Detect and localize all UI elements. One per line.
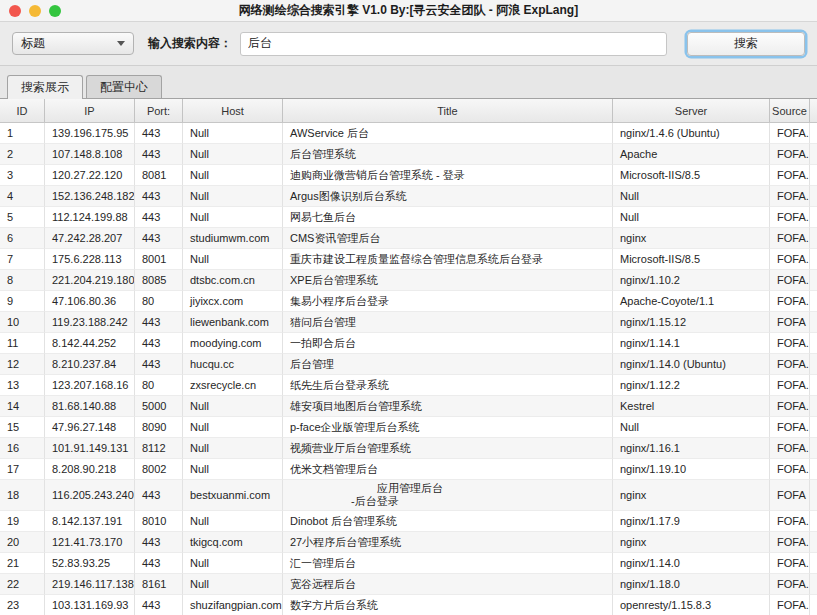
cell-source[interactable]: FOFA. (770, 375, 810, 396)
cell-ip[interactable]: 221.204.219.180 (45, 270, 135, 291)
cell-ip[interactable]: 8.142.137.191 (45, 511, 135, 532)
cell-server[interactable]: Null (613, 417, 770, 438)
table-row[interactable]: 2107.148.8.108443Null后台管理系统ApacheFOFA. (0, 144, 817, 165)
cell-ip[interactable]: 47.96.27.148 (45, 417, 135, 438)
cell-source[interactable]: FOFA. (770, 249, 810, 270)
cell-port[interactable]: 5000 (135, 396, 183, 417)
cell-ip[interactable]: 47.106.80.36 (45, 291, 135, 312)
cell-source[interactable]: FOFA. (770, 417, 810, 438)
cell-id[interactable]: 3 (0, 165, 45, 186)
cell-ip[interactable]: 107.148.8.108 (45, 144, 135, 165)
cell-port[interactable]: 443 (135, 312, 183, 333)
cell-source[interactable]: FOFA. (770, 511, 810, 532)
column-header-title[interactable]: Title (283, 99, 613, 122)
cell-title[interactable]: 视频营业厅后台管理系统 (283, 438, 613, 459)
table-row[interactable]: 8221.204.219.1808085dtsbc.com.cnXPE后台管理系… (0, 270, 817, 291)
cell-source[interactable]: FOFA. (770, 459, 810, 480)
cell-source[interactable]: FOFA. (770, 354, 810, 375)
cell-title[interactable]: AWService 后台 (283, 123, 613, 144)
table-row[interactable]: 1547.96.27.1488090Nullp-face企业版管理后台系统Nul… (0, 417, 817, 438)
cell-title[interactable]: 猎问后台管理 (283, 312, 613, 333)
cell-server[interactable]: nginx/1.16.1 (613, 438, 770, 459)
column-header-host[interactable]: Host (183, 99, 283, 122)
cell-port[interactable]: 443 (135, 144, 183, 165)
cell-id[interactable]: 21 (0, 553, 45, 574)
cell-host[interactable]: Null (183, 249, 283, 270)
cell-ip[interactable]: 103.131.169.93 (45, 595, 135, 615)
cell-source[interactable]: FOFA. (770, 333, 810, 354)
cell-title[interactable]: Dinobot 后台管理系统 (283, 511, 613, 532)
cell-host[interactable]: Null (183, 438, 283, 459)
cell-host[interactable]: bestxuanmi.com (183, 480, 283, 511)
cell-ip[interactable]: 121.41.73.170 (45, 532, 135, 553)
cell-id[interactable]: 17 (0, 459, 45, 480)
cell-title[interactable]: 雄安项目地图后台管理系统 (283, 396, 613, 417)
cell-port[interactable]: 8002 (135, 459, 183, 480)
cell-id[interactable]: 10 (0, 312, 45, 333)
table-row[interactable]: 3120.27.22.1208081Null迪购商业微营销后台管理系统 - 登录… (0, 165, 817, 186)
cell-port[interactable]: 443 (135, 207, 183, 228)
cell-ip[interactable]: 119.23.188.242 (45, 312, 135, 333)
table-row[interactable]: 7175.6.228.1138001Null重庆市建设工程质量监督综合管理信息系… (0, 249, 817, 270)
cell-id[interactable]: 15 (0, 417, 45, 438)
cell-source[interactable]: FOFA. (770, 291, 810, 312)
cell-port[interactable]: 8081 (135, 165, 183, 186)
table-row[interactable]: 4152.136.248.182443NullArgus图像识别后台系统Null… (0, 186, 817, 207)
cell-port[interactable]: 80 (135, 291, 183, 312)
cell-host[interactable]: Null (183, 165, 283, 186)
cell-ip[interactable]: 219.146.117.138 (45, 574, 135, 595)
table-row[interactable]: 178.208.90.2188002Null优米文档管理后台nginx/1.19… (0, 459, 817, 480)
table-row[interactable]: 23103.131.169.93443shuzifangpian.com数字方片… (0, 595, 817, 615)
cell-ip[interactable]: 8.208.90.218 (45, 459, 135, 480)
cell-id[interactable]: 1 (0, 123, 45, 144)
cell-id[interactable]: 4 (0, 186, 45, 207)
search-field-dropdown[interactable]: 标题 (12, 32, 134, 55)
cell-host[interactable]: Null (183, 459, 283, 480)
cell-id[interactable]: 9 (0, 291, 45, 312)
cell-source[interactable]: FOFA. (770, 186, 810, 207)
cell-source[interactable]: FOFA (770, 312, 810, 333)
table-row[interactable]: 16101.91.149.1318112Null视频营业厅后台管理系统nginx… (0, 438, 817, 459)
table-row[interactable]: 22219.146.117.1388161Null宽谷远程后台nginx/1.1… (0, 574, 817, 595)
column-header-port[interactable]: Port: (135, 99, 183, 122)
cell-port[interactable]: 443 (135, 228, 183, 249)
cell-ip[interactable]: 8.210.237.84 (45, 354, 135, 375)
cell-server[interactable]: nginx/1.14.1 (613, 333, 770, 354)
cell-server[interactable]: nginx/1.19.10 (613, 459, 770, 480)
cell-port[interactable]: 8085 (135, 270, 183, 291)
cell-server[interactable]: nginx (613, 480, 770, 511)
cell-server[interactable]: nginx/1.10.2 (613, 270, 770, 291)
cell-server[interactable]: Kestrel (613, 396, 770, 417)
cell-host[interactable]: Null (183, 417, 283, 438)
cell-title[interactable]: 重庆市建设工程质量监督综合管理信息系统后台登录 (283, 249, 613, 270)
cell-server[interactable]: Null (613, 186, 770, 207)
cell-server[interactable]: Null (613, 207, 770, 228)
cell-port[interactable]: 443 (135, 186, 183, 207)
cell-ip[interactable]: 52.83.93.25 (45, 553, 135, 574)
cell-id[interactable]: 20 (0, 532, 45, 553)
cell-ip[interactable]: 139.196.175.95 (45, 123, 135, 144)
table-row[interactable]: 128.210.237.84443hucqu.cc后台管理nginx/1.14.… (0, 354, 817, 375)
cell-id[interactable]: 19 (0, 511, 45, 532)
cell-title[interactable]: XPE后台管理系统 (283, 270, 613, 291)
table-row[interactable]: 647.242.28.207443studiumwm.comCMS资讯管理后台n… (0, 228, 817, 249)
cell-title[interactable]: 宽谷远程后台 (283, 574, 613, 595)
cell-title[interactable]: p-face企业版管理后台系统 (283, 417, 613, 438)
search-input[interactable] (240, 32, 667, 56)
cell-port[interactable]: 8090 (135, 417, 183, 438)
cell-ip[interactable]: 81.68.140.88 (45, 396, 135, 417)
cell-host[interactable]: hucqu.cc (183, 354, 283, 375)
table-row[interactable]: 198.142.137.1918010NullDinobot 后台管理系统ngi… (0, 511, 817, 532)
cell-source[interactable]: FOFA. (770, 144, 810, 165)
cell-host[interactable]: Null (183, 574, 283, 595)
cell-host[interactable]: Null (183, 553, 283, 574)
cell-port[interactable]: 443 (135, 532, 183, 553)
cell-server[interactable]: Microsoft-IIS/8.5 (613, 165, 770, 186)
cell-port[interactable]: 443 (135, 480, 183, 511)
column-header-ip[interactable]: IP (45, 99, 135, 122)
cell-host[interactable]: studiumwm.com (183, 228, 283, 249)
cell-port[interactable]: 443 (135, 553, 183, 574)
table-row[interactable]: 2152.83.93.25443Null汇一管理后台nginx/1.14.0FO… (0, 553, 817, 574)
cell-source[interactable]: FOFA. (770, 165, 810, 186)
cell-port[interactable]: 443 (135, 595, 183, 615)
